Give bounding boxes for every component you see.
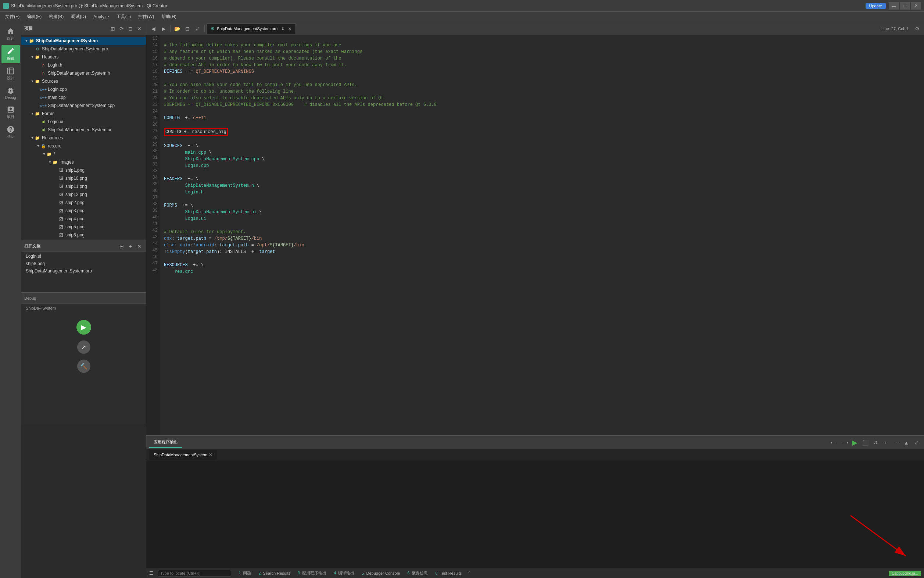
bsb-tab-compile[interactable]: 4 编译输出 [331, 570, 357, 576]
sidebar-edit[interactable]: 编辑 [2, 45, 20, 63]
tree-ship3[interactable]: 🖼 ship3.png [21, 207, 146, 215]
menu-file[interactable]: 文件(F) [2, 12, 23, 21]
tree-ship11[interactable]: 🖼 ship11.png [21, 182, 146, 190]
toolbar-fullscreen-btn[interactable]: ⤢ [193, 24, 203, 34]
nav-forward-btn[interactable]: ▶ [159, 24, 169, 34]
tree-ship2[interactable]: 🖼 ship2.png [21, 198, 146, 207]
panel-split-btn[interactable]: ⊟ [127, 25, 134, 32]
tree-arrow-pro [30, 47, 34, 51]
panel-filter-btn[interactable]: ⊞ [109, 25, 117, 32]
update-button[interactable]: Update [866, 3, 886, 9]
sidebar-project[interactable]: 项目 [2, 103, 20, 122]
close-button[interactable]: ✕ [911, 2, 921, 10]
tree-images-folder[interactable]: ▼ 📁 images [21, 158, 146, 166]
menu-tools[interactable]: 工具(T) [113, 12, 135, 21]
bsb-tab-test[interactable]: 8 Test Results [432, 570, 465, 576]
menu-analyze[interactable]: Analyze [90, 13, 113, 21]
tab-close-btn[interactable]: ✕ [288, 26, 292, 32]
code-content[interactable]: # The following define makes your compil… [161, 35, 924, 435]
bsb-tab-search[interactable]: 2 Search Results [255, 570, 293, 576]
tree-ship4[interactable]: 🖼 ship4.png [21, 215, 146, 223]
open-doc-ship8[interactable]: ship8.png [21, 260, 146, 267]
tree-login-h[interactable]: h Login.h [21, 61, 146, 69]
tree-resources-folder[interactable]: ▼ 📁 Resources [21, 134, 146, 142]
sidebar-debug[interactable]: Debug [2, 84, 20, 102]
debug-build-button[interactable]: 🔨 [77, 360, 91, 373]
bottom-tab-output[interactable]: 应用程序输出 [149, 438, 182, 448]
minimize-button[interactable]: — [889, 2, 899, 10]
tree-login-ui[interactable]: ui Login.ui [21, 118, 146, 126]
stop-btn[interactable]: ⬛ [861, 438, 870, 447]
tree-arrow-ship6 [53, 233, 58, 237]
tree-res-qrc[interactable]: ▼ 🔒 res.qrc [21, 142, 146, 150]
locate-input[interactable] [158, 570, 231, 576]
tree-forms-folder[interactable]: ▼ 📁 Forms [21, 110, 146, 118]
tree-ship5[interactable]: 🖼 ship5.png [21, 223, 146, 231]
remove-btn[interactable]: − [892, 438, 900, 447]
toolbar-open-btn[interactable]: 📂 [172, 24, 182, 34]
tree-shipdm-ui[interactable]: ui ShipDataManagementSystem.ui [21, 126, 146, 134]
tree-headers-folder[interactable]: ▼ 📁 Headers [21, 53, 146, 61]
open-doc-login-ui[interactable]: Login.ui [21, 253, 146, 260]
tab-change-btn[interactable]: ⇕ [280, 26, 285, 32]
tree-root[interactable]: ▼ 📁 ShipDataManagementSystem [21, 37, 146, 45]
open-doc-pro[interactable]: ShipDataManagementSystem.pro [21, 267, 146, 274]
tree-ship12[interactable]: 🖼 ship12.png [21, 190, 146, 198]
add-btn[interactable]: + [881, 438, 890, 447]
toolbar-split-btn[interactable]: ⊟ [183, 24, 192, 34]
tree-ship6[interactable]: 🖼 ship6.png [21, 231, 146, 239]
menu-controls[interactable]: 控件(W) [135, 12, 158, 21]
tree-arrow-shipdm-ui [36, 128, 41, 132]
menu-edit[interactable]: 编辑(E) [23, 12, 45, 21]
bsb-tab-app-output[interactable]: 3 应用程序输出 [295, 570, 329, 576]
output-tab-ship-close[interactable]: ✕ [209, 452, 213, 458]
open-docs-add-btn[interactable]: + [127, 243, 134, 250]
code-editor[interactable]: 1314151617181920212223242526272829303132… [146, 35, 924, 435]
run-prev-btn[interactable]: ⟵ [830, 438, 839, 447]
line-numbers: 1314151617181920212223242526272829303132… [146, 35, 161, 435]
scroll-up-btn[interactable]: ▲ [902, 438, 911, 447]
maximize-button[interactable]: □ [900, 2, 910, 10]
bsb-tab-compile-label: 编译输出 [338, 571, 354, 575]
tree-ship1[interactable]: 🖼 ship1.png [21, 166, 146, 174]
tree-shipdm-h[interactable]: h ShipDataManagementSystem.h [21, 69, 146, 77]
nav-back-btn[interactable]: ◀ [149, 24, 158, 34]
menu-build[interactable]: 构建(B) [45, 12, 67, 21]
tree-icon-shipdm-h: h [41, 70, 46, 76]
bsb-tab-debugger[interactable]: 5 Debugger Console [359, 570, 403, 576]
menu-debug[interactable]: 调试(D) [67, 12, 90, 21]
menu-help[interactable]: 帮助(H) [158, 12, 180, 21]
bottom-status-bar: ☰ 1 问题 2 Search Results 3 应用程序输出 4 编译输出 … [146, 568, 924, 578]
panel-sync-btn[interactable]: ⟳ [118, 25, 125, 32]
tree-icon-ship5: 🖼 [58, 224, 64, 230]
tree-login-cpp[interactable]: c++ Login.cpp [21, 85, 146, 93]
open-docs-split-btn[interactable]: ⊟ [118, 243, 125, 250]
debug-run-button[interactable]: ▶ [76, 320, 91, 334]
bsb-tab-issues[interactable]: 1 问题 [236, 570, 254, 576]
tab-pro-file[interactable]: ⚙ ShipDataManagementSystem.pro ⇕ ✕ [207, 24, 296, 34]
cappuccino-button[interactable]: Cappuccino.ja... [889, 571, 921, 576]
open-docs-close-btn[interactable]: ✕ [136, 243, 143, 250]
expand-btn[interactable]: ⤢ [912, 438, 921, 447]
panel-close-btn[interactable]: ✕ [136, 25, 143, 32]
tree-slash[interactable]: ▼ 📁 / [21, 150, 146, 158]
bsb-expand-icon[interactable]: ☰ [149, 571, 153, 576]
tab-icon: ⚙ [211, 26, 215, 31]
debug-step-button[interactable]: ↗ [77, 341, 91, 354]
run-next-btn[interactable]: ⟶ [840, 438, 849, 447]
tree-main-cpp[interactable]: c++ main.cpp [21, 93, 146, 101]
tree-arrow-headers: ▼ [30, 55, 34, 59]
tree-ship10[interactable]: 🖼 ship10.png [21, 174, 146, 182]
tree-sources-folder[interactable]: ▼ 📁 Sources [21, 77, 146, 85]
output-tab-ship[interactable]: ShipDataManagementSystem ✕ [149, 450, 217, 459]
sidebar-design[interactable]: 设计 [2, 65, 20, 83]
toolbar-settings-btn[interactable]: ⚙ [912, 24, 922, 34]
run-btn[interactable]: ▶ [851, 438, 859, 447]
bsb-tab-summary[interactable]: 6 概要信息 [404, 570, 431, 576]
tree-shipdm-cpp[interactable]: c++ ShipDataManagementSystem.cpp [21, 101, 146, 110]
sidebar-welcome[interactable]: 欢迎 [2, 25, 20, 43]
bsb-expand-arrow[interactable]: ⌃ [467, 571, 471, 576]
sidebar-help[interactable]: 帮助 [2, 123, 20, 141]
tree-pro-file[interactable]: ⚙ ShipDataManagementSystem.pro [21, 45, 146, 53]
reset-btn[interactable]: ↺ [871, 438, 880, 447]
